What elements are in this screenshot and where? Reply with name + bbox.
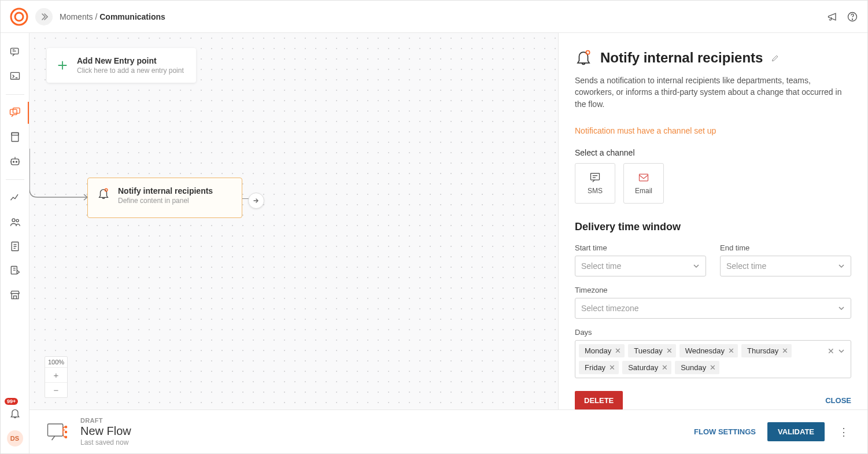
- channel-email-label: Email: [635, 187, 652, 195]
- svg-point-11: [13, 161, 14, 163]
- chevron-down-icon: [838, 305, 845, 312]
- nav-moments[interactable]: [1, 102, 29, 124]
- zoom-level: 100%: [45, 357, 67, 368]
- timezone-label: Timezone: [575, 286, 851, 294]
- nav-doc[interactable]: [1, 235, 29, 257]
- day-tag: Tuesday✕: [628, 344, 675, 357]
- svg-point-22: [65, 426, 67, 428]
- flow-title[interactable]: New Flow: [80, 425, 131, 438]
- topbar: Moments / Communications: [1, 1, 867, 33]
- nav-people[interactable]: [1, 211, 29, 233]
- timezone-select[interactable]: Select timezone: [575, 298, 851, 319]
- zoom-in-button[interactable]: +: [45, 368, 67, 382]
- collapse-sidebar-button[interactable]: [35, 8, 53, 25]
- end-time-select[interactable]: Select time: [720, 256, 851, 276]
- svg-rect-19: [591, 173, 600, 180]
- flow-settings-button[interactable]: FLOW SETTINGS: [694, 427, 756, 436]
- svg-rect-7: [13, 108, 20, 113]
- user-avatar[interactable]: DS: [7, 430, 23, 446]
- nav-reports[interactable]: [1, 260, 29, 282]
- sms-icon: [589, 172, 601, 183]
- edit-title-button[interactable]: [771, 54, 780, 62]
- entry-card-title: Add New Entry point: [77, 56, 184, 65]
- nav-analytics[interactable]: [1, 187, 29, 209]
- panel-description: Sends a notification to internal recipie…: [575, 75, 851, 110]
- app-logo[interactable]: [10, 8, 28, 26]
- remove-day-button[interactable]: ✕: [666, 346, 673, 355]
- nav-bot[interactable]: [1, 150, 29, 172]
- end-time-label: End time: [720, 243, 851, 252]
- svg-rect-9: [12, 133, 19, 135]
- last-saved: Last saved now: [80, 438, 131, 446]
- side-panel: Notify internal recipients Sends a notif…: [558, 33, 867, 409]
- zoom-control: 100% + −: [45, 356, 68, 398]
- days-multiselect[interactable]: Monday✕Tuesday✕Wednesday✕Thursday✕Friday…: [575, 340, 851, 378]
- start-time-select[interactable]: Select time: [575, 256, 706, 276]
- days-label: Days: [575, 328, 851, 337]
- nav-store[interactable]: [1, 284, 29, 306]
- chevron-down-icon: [693, 263, 700, 270]
- email-icon: [637, 172, 650, 183]
- clear-days-button[interactable]: ✕: [828, 346, 834, 356]
- nav-forms[interactable]: [1, 126, 29, 148]
- breadcrumb-current: Communications: [99, 12, 165, 21]
- nav-console[interactable]: [1, 65, 29, 87]
- svg-rect-6: [10, 109, 17, 115]
- notifications-badge: 99+: [5, 398, 18, 405]
- delete-button[interactable]: DELETE: [575, 391, 623, 409]
- svg-rect-10: [11, 159, 19, 165]
- start-time-label: Start time: [575, 243, 706, 252]
- flow-status: DRAFT: [80, 417, 131, 424]
- svg-rect-21: [48, 424, 63, 436]
- svg-rect-5: [10, 72, 19, 79]
- delivery-heading: Delivery time window: [575, 221, 851, 233]
- remove-day-button[interactable]: ✕: [710, 363, 716, 372]
- day-tag: Wednesday✕: [679, 344, 738, 357]
- channel-email[interactable]: Email: [623, 163, 664, 204]
- add-entry-point-card[interactable]: Add New Entry point Click here to add a …: [47, 48, 196, 83]
- footer: DRAFT New Flow Last saved now FLOW SETTI…: [29, 409, 867, 453]
- svg-point-0: [11, 9, 27, 25]
- validate-button[interactable]: VALIDATE: [767, 422, 825, 441]
- panel-title: Notify internal recipients: [600, 50, 763, 66]
- remove-day-button[interactable]: ✕: [609, 363, 615, 372]
- remove-day-button[interactable]: ✕: [615, 346, 621, 355]
- svg-rect-20: [640, 174, 648, 181]
- more-menu-button[interactable]: ⋮: [836, 426, 851, 438]
- day-tag: Thursday✕: [741, 344, 792, 357]
- remove-day-button[interactable]: ✕: [662, 363, 668, 372]
- svg-point-13: [12, 219, 15, 222]
- nav-conversations[interactable]: [1, 41, 29, 63]
- announce-icon[interactable]: [827, 11, 839, 23]
- svg-rect-8: [12, 133, 19, 142]
- day-tag: Monday✕: [579, 344, 625, 357]
- svg-point-3: [852, 19, 852, 19]
- panel-warning: Notification must have a channel set up: [575, 126, 851, 135]
- node-output-handle[interactable]: [248, 193, 264, 209]
- chevron-down-icon: [838, 348, 845, 355]
- select-channel-label: Select a channel: [575, 148, 851, 157]
- breadcrumb: Moments / Communications: [60, 12, 165, 21]
- notifications-button[interactable]: 99+: [1, 403, 29, 425]
- help-icon[interactable]: [847, 11, 858, 23]
- day-tag: Sunday✕: [675, 361, 719, 374]
- remove-day-button[interactable]: ✕: [728, 346, 734, 355]
- close-panel-button[interactable]: CLOSE: [825, 396, 851, 405]
- svg-point-12: [16, 161, 17, 163]
- sidebar: 99+ DS: [1, 33, 29, 453]
- node-title: Notify internal recipients: [118, 186, 213, 195]
- day-tag: Saturday✕: [622, 361, 671, 374]
- svg-point-1: [15, 13, 23, 21]
- channel-sms-label: SMS: [588, 187, 603, 195]
- breadcrumb-parent[interactable]: Moments: [60, 12, 93, 21]
- channel-sms[interactable]: SMS: [575, 163, 615, 204]
- day-tag: Friday✕: [579, 361, 619, 374]
- svg-point-23: [65, 430, 67, 433]
- node-subtitle: Define content in panel: [118, 197, 213, 205]
- notify-recipients-node[interactable]: Notify internal recipients Define conten…: [87, 178, 242, 218]
- zoom-out-button[interactable]: −: [45, 382, 67, 397]
- remove-day-button[interactable]: ✕: [782, 346, 788, 355]
- svg-point-24: [65, 435, 67, 438]
- flow-icon: [46, 420, 70, 444]
- flow-canvas[interactable]: Add New Entry point Click here to add a …: [29, 33, 558, 409]
